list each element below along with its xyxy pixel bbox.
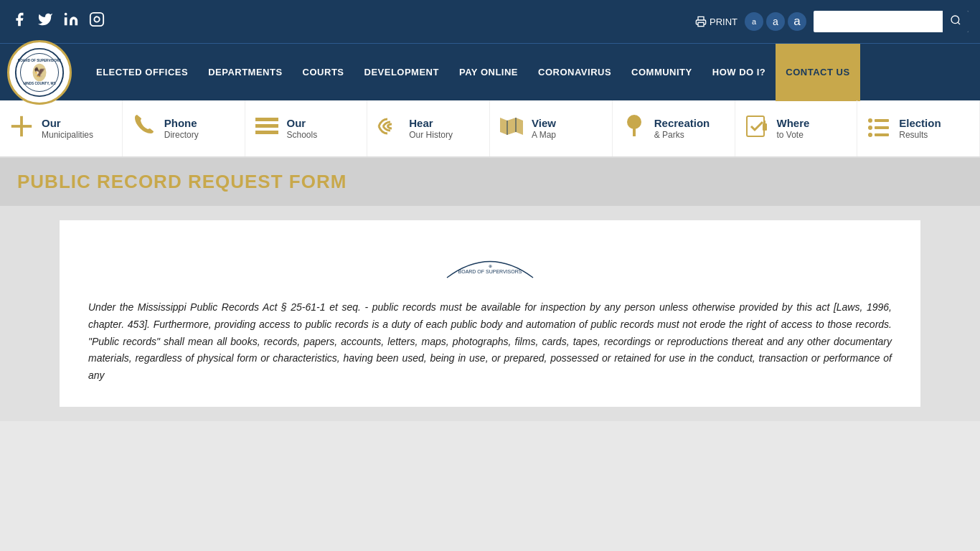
election-main: Election [899, 117, 941, 130]
svg-rect-23 [763, 123, 767, 131]
svg-rect-30 [875, 133, 889, 136]
instagram-icon[interactable] [89, 11, 105, 32]
seal-area: BOARD OF SUPERVISORS ⊕ [88, 242, 892, 285]
svg-text:BOARD OF SUPERVISORS: BOARD OF SUPERVISORS [458, 269, 522, 274]
page-title-bar: PUBLIC RECORD REQUEST FORM [0, 158, 980, 206]
svg-rect-28 [875, 126, 889, 129]
vote-main: Where [777, 117, 810, 130]
municipalities-sub: Municipalities [42, 130, 93, 140]
svg-line-5 [958, 22, 960, 24]
nav-links: ELECTED OFFICES DEPARTMENTS COURTS DEVEL… [86, 44, 860, 101]
vote-sub: to Vote [777, 130, 810, 140]
quick-link-vote[interactable]: Where to Vote [735, 100, 858, 156]
hear-icon [376, 113, 402, 144]
search-input[interactable] [814, 12, 943, 31]
main-content: BOARD OF SUPERVISORS ⊕ Under the Mississ… [60, 220, 920, 407]
svg-rect-22 [747, 116, 764, 136]
page-title: PUBLIC RECORD REQUEST FORM [17, 171, 963, 193]
svg-text:BOARD OF SUPERVISORS: BOARD OF SUPERVISORS [18, 58, 61, 62]
quick-link-hear[interactable]: Hear Our History [367, 100, 490, 156]
phone-icon [131, 113, 157, 144]
form-text: Under the Mississippi Public Records Act… [88, 299, 892, 385]
municipalities-icon [9, 113, 34, 144]
nav-courts[interactable]: COURTS [293, 44, 354, 101]
logo-wrap: BOARD OF SUPERVISORS HINDS COUNTY, MS 🦅 [7, 40, 72, 105]
svg-text:⊕: ⊕ [489, 264, 492, 268]
search-bar [814, 11, 969, 32]
svg-rect-26 [875, 119, 889, 122]
svg-rect-15 [255, 124, 278, 128]
svg-rect-21 [633, 128, 636, 136]
nav-departments[interactable]: DEPARTMENTS [198, 44, 292, 101]
svg-marker-17 [500, 118, 523, 135]
seal-image: BOARD OF SUPERVISORS HINDS COUNTY, MS 🦅 [12, 47, 67, 98]
svg-rect-3 [698, 22, 704, 26]
print-button[interactable]: PRINT [695, 16, 738, 27]
svg-rect-14 [255, 118, 278, 121]
quick-link-municipalities[interactable]: Our Municipalities [0, 100, 123, 156]
top-bar: PRINT a a a [0, 0, 980, 43]
quick-link-map[interactable]: View A Map [490, 100, 613, 156]
font-small-button[interactable]: a [745, 12, 763, 31]
nav-development[interactable]: DEVELOPMENT [354, 44, 449, 101]
vote-icon [744, 113, 770, 144]
nav-contact-us[interactable]: CONTACT US [776, 44, 859, 101]
recreation-main: Recreation [654, 117, 710, 130]
svg-rect-16 [255, 131, 278, 134]
svg-point-29 [868, 133, 872, 137]
nav-pay-online[interactable]: PAY ONLINE [449, 44, 528, 101]
quick-link-election[interactable]: Election Results [857, 100, 980, 156]
nav-how-do-i[interactable]: HOW DO I? [702, 44, 776, 101]
phone-main: Phone [164, 117, 199, 130]
schools-main: Our [287, 117, 318, 130]
election-sub: Results [899, 130, 941, 140]
phone-sub: Directory [164, 130, 199, 140]
hear-main: Hear [409, 117, 453, 130]
top-right-controls: PRINT a a a [695, 11, 969, 32]
twitter-icon[interactable] [37, 11, 53, 32]
font-large-button[interactable]: a [788, 12, 806, 31]
municipalities-main: Our [42, 117, 93, 130]
svg-rect-1 [90, 13, 103, 26]
map-sub: A Map [532, 130, 556, 140]
schools-sub: Schools [287, 130, 318, 140]
logo[interactable]: BOARD OF SUPERVISORS HINDS COUNTY, MS 🦅 [7, 40, 72, 105]
map-icon [499, 113, 524, 144]
font-size-controls: a a a [745, 12, 806, 31]
svg-point-20 [627, 115, 641, 129]
facebook-icon[interactable] [11, 11, 27, 32]
font-medium-button[interactable]: a [766, 12, 785, 31]
election-icon [866, 113, 892, 144]
schools-icon [254, 113, 280, 144]
quick-link-phone[interactable]: Phone Directory [123, 100, 245, 156]
nav-community[interactable]: COMMUNITY [621, 44, 702, 101]
map-main: View [532, 117, 556, 130]
hear-sub: Our History [409, 130, 453, 140]
social-icons [11, 11, 105, 32]
svg-text:HINDS COUNTY, MS: HINDS COUNTY, MS [23, 82, 55, 85]
svg-point-27 [868, 126, 872, 130]
search-button[interactable] [943, 11, 969, 32]
recreation-icon [621, 113, 647, 144]
linkedin-icon[interactable] [63, 11, 79, 32]
recreation-sub: & Parks [654, 130, 710, 140]
quick-link-schools[interactable]: Our Schools [245, 100, 368, 156]
svg-point-4 [951, 16, 959, 24]
content-wrapper: BOARD OF SUPERVISORS ⊕ Under the Mississ… [0, 206, 980, 421]
svg-point-0 [65, 13, 67, 16]
nav-elected-offices[interactable]: ELECTED OFFICES [86, 44, 198, 101]
svg-text:🦅: 🦅 [34, 65, 46, 77]
quick-link-recreation[interactable]: Recreation & Parks [613, 100, 735, 156]
quick-links-bar: Our Municipalities Phone Directory Our S… [0, 100, 980, 158]
svg-point-25 [868, 118, 872, 123]
nav-bar: BOARD OF SUPERVISORS HINDS COUNTY, MS 🦅 … [0, 43, 980, 100]
form-seal: BOARD OF SUPERVISORS ⊕ [440, 242, 540, 285]
nav-coronavirus[interactable]: CORONAVIRUS [528, 44, 621, 101]
